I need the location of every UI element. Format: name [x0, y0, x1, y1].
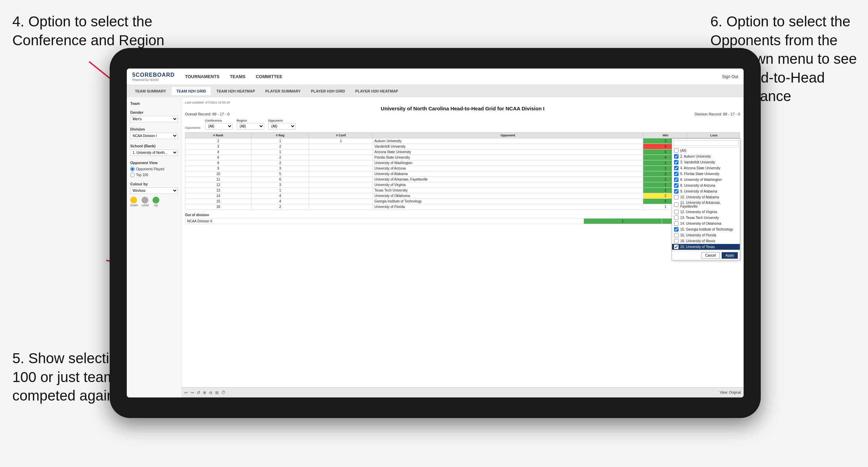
dropdown-search-input[interactable] — [673, 140, 738, 146]
dropdown-cancel-button[interactable]: Cancel — [701, 252, 720, 259]
clock-icon[interactable]: ⏱ — [221, 390, 225, 395]
cell-opponent: Auburn University — [372, 138, 643, 144]
report-title: University of North Carolina Head-to-Hea… — [185, 106, 740, 111]
radio-top100[interactable]: Top 100 — [130, 173, 178, 177]
cell-conf — [309, 204, 372, 210]
nav-committee[interactable]: COMMITTEE — [256, 73, 282, 81]
dropdown-item[interactable]: 10. University of Alabama — [672, 194, 740, 200]
cell-opponent: Florida State University — [372, 155, 643, 160]
opponent-select[interactable]: (All) — [268, 123, 296, 130]
dropdown-apply-button[interactable]: Apply — [722, 252, 738, 259]
dropdown-item[interactable]: 6. University of Washington — [672, 177, 740, 183]
redo-icon[interactable]: ↪ — [191, 390, 194, 395]
sidebar-division-select[interactable]: NCAA Division I — [130, 133, 178, 139]
dropdown-item[interactable]: 16. University of Florida — [672, 232, 740, 238]
table-row: 15 4 Georgia Institute of Technology 5 1 — [185, 199, 740, 204]
filter-row: Opponents: Conference (All) Region (All) — [185, 119, 740, 130]
table-row: 12 3 University of Virginia 1 0 — [185, 182, 740, 188]
cell-opponent: Georgia Institute of Technology — [372, 199, 643, 204]
dropdown-item[interactable]: 11. University of Arkansas, Fayetteville — [672, 200, 740, 209]
cell-rank: 13 — [185, 188, 252, 193]
cell-opponent: University of Arizona — [372, 166, 643, 171]
sidebar-gender-select[interactable]: Men's — [130, 116, 178, 122]
nav-tournaments[interactable]: TOURNAMENTS — [185, 73, 220, 81]
cell-opponent: University of Washington — [372, 160, 643, 166]
dropdown-item[interactable]: 20. University of Texas — [672, 244, 740, 250]
cell-reg: 2 — [251, 144, 309, 149]
dropdown-item[interactable]: 8. University of Arizona — [672, 183, 740, 188]
color-level-dot — [142, 197, 148, 204]
undo-icon[interactable]: ↩ — [184, 390, 188, 395]
cell-rank: 11 — [185, 177, 252, 182]
fit-icon[interactable]: ⊞ — [215, 390, 219, 395]
table-row: 13 1 Texas Tech University 3 0 — [185, 188, 740, 193]
subnav-player-summary[interactable]: PLAYER SUMMARY — [260, 87, 305, 95]
table-row: 8 2 University of Washington 1 0 — [185, 160, 740, 166]
subnav-player-h2h-heatmap[interactable]: PLAYER H2H HEATMAP — [351, 87, 403, 95]
nav-signout[interactable]: Sign Out — [722, 74, 738, 79]
region-select[interactable]: (All) — [237, 123, 264, 130]
radio-opponents-played[interactable]: Opponents Played — [130, 167, 178, 171]
report-header: University of North Carolina Head-to-Hea… — [185, 106, 740, 116]
conference-label: Conference — [205, 119, 233, 122]
cell-conf: 1 — [309, 138, 372, 144]
refresh-icon[interactable]: ↺ — [197, 390, 200, 395]
conference-select[interactable]: (All) — [205, 123, 233, 130]
sidebar: Team Gender Men's Division NCAA Division… — [127, 97, 182, 397]
table-row: 6 2 Florida State University 4 2 — [185, 155, 740, 160]
sidebar-gender-label: Gender — [130, 110, 178, 114]
sidebar-gender-section: Gender Men's — [130, 110, 178, 122]
col-win: Win — [643, 133, 688, 138]
out-division-row: NCAA Division II 1 0 — [185, 219, 740, 224]
dropdown-item-all[interactable]: (All) — [672, 148, 740, 153]
sidebar-school-select[interactable]: 1. University of North... — [130, 149, 178, 156]
cell-rank: 15 — [185, 199, 252, 204]
sidebar-division-label: Division — [130, 127, 178, 131]
opponent-filter: Opponent (All) — [268, 119, 296, 130]
cell-rank: 16 — [185, 204, 252, 210]
sidebar-team-label: Team — [130, 101, 178, 106]
cell-opponent: University of Florida — [372, 204, 643, 210]
zoom-out-icon[interactable]: ⊖ — [209, 390, 212, 395]
opponents-prefix: Opponents: — [185, 126, 201, 130]
logo-area: 5COREBOARD Powered by NOOD — [132, 72, 175, 82]
dropdown-item[interactable]: 13. Texas Tech University — [672, 215, 740, 221]
cell-conf — [309, 188, 372, 193]
logo-text: 5COREBOARD — [132, 72, 175, 78]
dropdown-item[interactable]: 2. Auburn University — [672, 153, 740, 159]
cell-conf — [309, 177, 372, 182]
col-rank: # Rank — [185, 133, 252, 138]
cell-conf — [309, 166, 372, 171]
subnav-team-h2h-heatmap[interactable]: TEAM H2H HEATMAP — [211, 87, 260, 95]
sidebar-school-label: School (Rank) — [130, 144, 178, 148]
subnav-player-h2h-grid[interactable]: PLAYER H2H GRID — [306, 87, 350, 95]
nav-teams[interactable]: TEAMS — [230, 73, 246, 81]
division-record: Division Record: 88 - 17 - 0 — [695, 112, 740, 116]
dropdown-item[interactable]: 15. Georgia Institute of Technology — [672, 226, 740, 232]
dropdown-item[interactable]: 5. Florida State University — [672, 171, 740, 177]
sidebar-team-section: Team — [130, 101, 178, 106]
dropdown-item[interactable]: 12. University of Virginia — [672, 209, 740, 215]
cell-reg: 3 — [251, 166, 309, 171]
opponent-view-label: Opponent View — [130, 161, 178, 165]
zoom-in-icon[interactable]: ⊕ — [203, 390, 206, 395]
cell-reg: 6 — [251, 177, 309, 182]
dropdown-item[interactable]: 18. University of Illinois — [672, 238, 740, 244]
col-conf: # Conf — [309, 133, 372, 138]
cell-conf — [309, 155, 372, 160]
dropdown-item[interactable]: 4. Arizona State University — [672, 165, 740, 171]
subnav-team-summary[interactable]: TEAM SUMMARY — [130, 87, 171, 95]
cell-conf — [309, 171, 372, 177]
cell-opponent: Texas Tech University — [372, 188, 643, 193]
dropdown-item[interactable]: 3. Vanderbilt University — [672, 159, 740, 165]
cell-conf — [309, 160, 372, 166]
dropdown-item[interactable]: 14. University of Oklahoma — [672, 221, 740, 226]
sidebar-school-section: School (Rank) 1. University of North... — [130, 144, 178, 156]
conference-filter: Conference (All) — [205, 119, 233, 130]
subnav-team-h2h-grid[interactable]: TEAM H2H GRID — [172, 87, 211, 95]
cell-reg: 1 — [251, 149, 309, 155]
col-reg: # Reg — [251, 133, 309, 138]
dropdown-item[interactable]: 9. University of Alabama — [672, 188, 740, 194]
cell-rank: 6 — [185, 155, 252, 160]
colour-by-select[interactable]: Win/loss — [130, 187, 178, 194]
